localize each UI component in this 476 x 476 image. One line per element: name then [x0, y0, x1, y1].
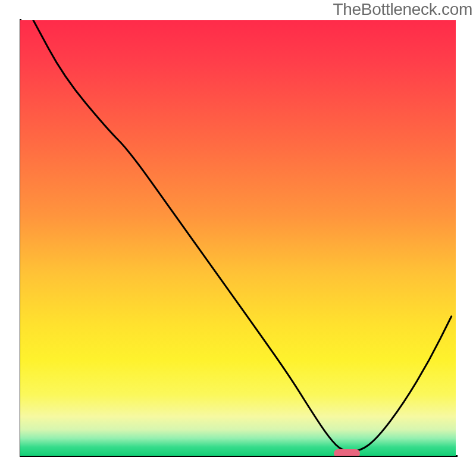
plot-area [20, 20, 456, 456]
watermark-text: TheBottleneck.com [333, 0, 472, 19]
chart-container: TheBottleneck.com [0, 0, 476, 476]
bottleneck-curve [20, 20, 456, 456]
optimal-range-marker [334, 449, 360, 456]
